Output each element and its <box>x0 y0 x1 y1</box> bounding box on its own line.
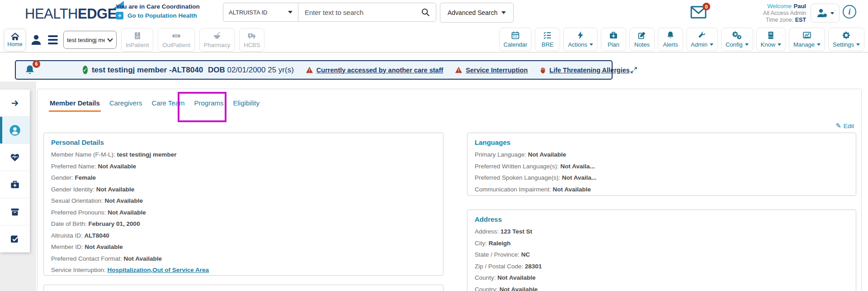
manage-button[interactable]: Manage <box>789 28 825 51</box>
admin-button[interactable]: Admin <box>686 28 718 51</box>
medical-bag-icon <box>609 31 618 40</box>
lightning-icon <box>576 31 585 40</box>
detail-label: Primary Language: <box>475 151 526 158</box>
outpatient-button[interactable]: OutPatient <box>158 28 194 52</box>
member-alert-bar: 6 ✓ test testingj member -ALT8040 DOB 02… <box>15 60 613 80</box>
plan-button[interactable]: Plan <box>601 28 626 51</box>
member-select-value: test testingj men <box>67 37 105 43</box>
sidebar-item-health[interactable] <box>0 144 30 171</box>
detail-value: Female <box>75 174 96 181</box>
dob-value: 02/01/2000 25 yr(s) <box>227 66 293 74</box>
detail-label: Service Interruption: <box>51 267 106 273</box>
detail-label: State / Province: <box>475 251 519 258</box>
know-button[interactable]: Know <box>756 28 786 51</box>
detail-row: Sexual Orientation: Not Available <box>51 198 436 204</box>
home-button[interactable]: Home <box>5 29 25 51</box>
detail-row: Gender: Female <box>51 175 436 181</box>
inpatient-label: InPatient <box>126 42 149 48</box>
config-button[interactable]: Config <box>721 28 753 51</box>
panel-title: Languages <box>475 138 849 146</box>
tab-caregivers[interactable]: Caregivers <box>108 99 143 110</box>
detail-row: Date of Birth: February 01, 2000 <box>51 221 436 227</box>
heart-pulse-icon <box>9 153 20 162</box>
detail-row: Zip / Postal Code: 28301 <box>475 263 849 270</box>
search-box <box>298 3 436 22</box>
edit-button[interactable]: ✎ Edit <box>835 122 854 130</box>
tab-eligibility[interactable]: Eligibility <box>232 99 260 110</box>
sidebar-item-member-profile[interactable] <box>0 117 30 144</box>
detail-label: Member Name (F-M-L): <box>51 151 115 158</box>
sidebar-item-tasks[interactable] <box>0 225 30 253</box>
bandage-icon <box>171 31 182 40</box>
calendar-label: Calendar <box>504 41 528 48</box>
notes-button[interactable]: Notes <box>629 28 655 51</box>
advanced-search-button[interactable]: Advanced Search <box>440 3 514 23</box>
user-settings-button[interactable] <box>811 4 840 23</box>
service-interruption-link[interactable]: Service Interruption <box>455 67 528 74</box>
menu-icon[interactable] <box>47 34 59 45</box>
settings-label: Settings <box>833 41 854 48</box>
detail-value: Not Available <box>124 255 162 262</box>
alert-bell-button[interactable]: 6 <box>24 64 36 76</box>
member-person-icon[interactable] <box>30 33 42 47</box>
detail-row: Communication Impairment: Not Available <box>475 186 849 193</box>
info-icon[interactable]: i <box>843 5 856 19</box>
member-details-content: Member Details Caregivers Care Team Prog… <box>37 89 862 291</box>
detail-value: Not Available <box>85 243 123 250</box>
detail-row: Address: 123 Test St <box>475 229 849 235</box>
detail-label: Country: <box>475 286 498 291</box>
detail-row: Preferred Pronouns: Not Available <box>51 210 436 216</box>
warning-triangle-icon <box>306 67 313 73</box>
sidebar-item-expand[interactable] <box>0 90 30 117</box>
detail-value: Not Availa... <box>561 163 595 170</box>
pharmacy-label: Pharmacy <box>204 42 231 48</box>
home-label: Home <box>7 41 22 48</box>
languages-panel: Languages Primary Language: Not Availabl… <box>467 133 856 196</box>
member-name: test testingj member -ALT8040 <box>92 66 203 74</box>
left-sidebar <box>0 90 30 253</box>
sidebar-item-care-services[interactable] <box>0 171 30 198</box>
personal-details-panel: Personal Details Member Name (F-M-L): te… <box>43 133 443 276</box>
detail-row: Preferred Written Language(s): Not Avail… <box>475 163 849 170</box>
search-category-dropdown[interactable]: ALTRUISTA ID <box>223 3 298 22</box>
settings-button[interactable]: Settings <box>828 28 864 51</box>
pharmacy-button[interactable]: Pharmacy <box>199 28 235 52</box>
chart-icon <box>802 31 811 40</box>
magnifier-icon[interactable] <box>420 7 430 17</box>
calendar-button[interactable]: Calendar <box>499 28 532 51</box>
task-check-icon <box>9 234 20 244</box>
mail-button[interactable]: 0 <box>690 6 707 19</box>
outpatient-label: OutPatient <box>162 42 190 48</box>
alerts-button[interactable]: Alerts <box>658 28 683 51</box>
member-select[interactable]: test testingj men <box>63 31 117 49</box>
detail-label: Gender: <box>51 174 73 181</box>
expand-arrows-icon[interactable] <box>630 66 638 74</box>
config-label: Config <box>726 41 743 48</box>
dob-label: DOB <box>208 66 225 74</box>
go-to-population-health-link[interactable]: Go to Population Health <box>127 12 197 19</box>
detail-value: NC <box>521 251 530 258</box>
inpatient-button[interactable]: InPatient <box>121 28 153 52</box>
currently-accessed-link[interactable]: Currently accessed by another care staff <box>306 67 443 74</box>
tab-member-details[interactable]: Member Details <box>49 99 101 112</box>
search-input[interactable] <box>304 8 420 17</box>
member-tabs: Member Details Caregivers Care Team Prog… <box>49 99 260 112</box>
chevron-down-icon <box>778 43 781 46</box>
context-label: You are in Care Coordination <box>116 3 200 10</box>
hcbs-button[interactable]: HCBS <box>239 28 264 52</box>
actions-button[interactable]: Actions <box>563 28 598 51</box>
arrow-right-square-icon[interactable] <box>116 12 123 19</box>
bre-label: BRE <box>542 41 554 48</box>
detail-label: Address: <box>475 228 499 235</box>
alert-count-badge: 6 <box>33 60 40 68</box>
detail-label: County: <box>475 274 496 281</box>
sidebar-item-archive[interactable] <box>0 198 30 225</box>
edit-label: Edit <box>844 123 854 129</box>
bre-button[interactable]: BRE <box>535 28 560 51</box>
languages-rows: Primary Language: Not Available Preferre… <box>475 152 849 193</box>
life-threatening-allergies-link[interactable]: Life Threatening Allergies <box>539 67 630 74</box>
detail-row: Altruista ID: ALT8040 <box>51 233 436 239</box>
detail-value: test testingj member <box>117 151 177 158</box>
hcbs-label: HCBS <box>244 42 260 48</box>
detail-value: Not Availa... <box>562 174 596 181</box>
